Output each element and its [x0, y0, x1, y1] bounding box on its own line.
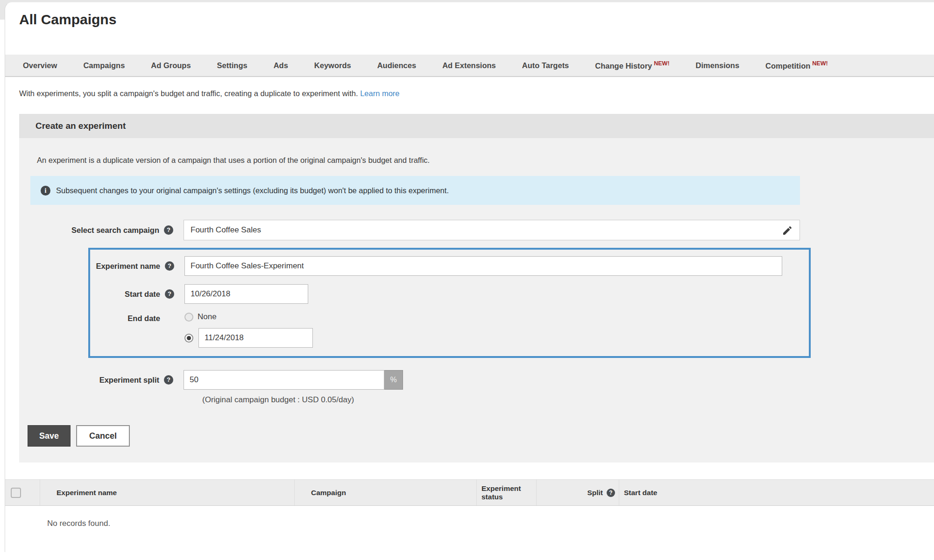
edit-pencil-icon[interactable]: [782, 225, 793, 236]
radio-none-unselected[interactable]: [184, 313, 193, 322]
help-icon[interactable]: ?: [165, 261, 174, 271]
start-date-label: Start date: [90, 290, 160, 299]
tab-keywords[interactable]: Keywords: [301, 61, 364, 70]
tab-competition[interactable]: CompetitionNEW!: [752, 60, 841, 70]
end-date-input[interactable]: [198, 328, 313, 348]
experiment-split-input[interactable]: [184, 370, 384, 390]
experiment-split-label: Experiment split: [19, 376, 159, 385]
cancel-button[interactable]: Cancel: [76, 425, 130, 447]
select-campaign-label: Select search campaign: [19, 226, 159, 235]
page-title: All Campaigns: [19, 12, 934, 28]
help-icon[interactable]: ?: [164, 225, 173, 235]
selected-campaign-value: Fourth Coffee Sales: [191, 225, 261, 235]
end-date-none-label: None: [198, 312, 217, 322]
end-date-none-option: None: [184, 312, 313, 322]
experiments-description: With experiments, you split a campaign's…: [19, 89, 934, 98]
table-header-row: Experiment name Campaign Experiment stat…: [5, 479, 934, 506]
selected-campaign-field[interactable]: Fourth Coffee Sales: [184, 220, 800, 240]
help-icon[interactable]: ?: [165, 289, 174, 299]
info-banner-text: Subsequent changes to your original camp…: [56, 186, 449, 195]
experiment-name-input[interactable]: [184, 256, 782, 276]
tab-settings[interactable]: Settings: [204, 61, 261, 70]
help-icon[interactable]: ?: [607, 489, 615, 497]
tab-campaigns[interactable]: Campaigns: [70, 61, 138, 70]
experiment-name-label: Experiment name: [90, 262, 160, 271]
highlighted-section: Experiment name ? Start date ? End date: [88, 248, 811, 358]
panel-title: Create an experiment: [19, 114, 934, 138]
end-date-label: End date: [90, 314, 160, 323]
experiment-name-row: Experiment name ?: [90, 256, 809, 276]
tab-bar: Overview Campaigns Ad Groups Settings Ad…: [5, 55, 934, 77]
panel-description: An experiment is a duplicate version of …: [19, 138, 934, 165]
budget-note: (Original campaign budget : USD 0.05/day…: [202, 395, 934, 405]
radio-date-selected[interactable]: [184, 334, 193, 343]
select-all-checkbox[interactable]: [11, 488, 21, 498]
end-date-date-option: [184, 328, 313, 348]
form-actions: Save Cancel: [28, 425, 934, 447]
select-all-cell: [5, 480, 40, 505]
column-experiment-status[interactable]: Experiment status: [477, 480, 537, 505]
learn-more-link[interactable]: Learn more: [360, 89, 399, 98]
end-date-row: End date None: [90, 312, 809, 348]
tab-ad-extensions[interactable]: Ad Extensions: [429, 61, 509, 70]
content-card: All Campaigns Overview Campaigns Ad Grou…: [5, 2, 934, 552]
tab-change-history[interactable]: Change HistoryNEW!: [582, 60, 682, 70]
start-date-input[interactable]: [184, 284, 308, 304]
panel-body: An experiment is a duplicate version of …: [19, 138, 934, 462]
experiments-table: Experiment name Campaign Experiment stat…: [5, 479, 934, 548]
save-button[interactable]: Save: [28, 425, 71, 447]
column-experiment-name[interactable]: Experiment name: [40, 480, 295, 505]
column-start-date[interactable]: Start date: [619, 480, 934, 505]
new-badge: NEW!: [812, 60, 828, 67]
tab-ad-groups[interactable]: Ad Groups: [138, 61, 204, 70]
select-campaign-row: Select search campaign ? Fourth Coffee S…: [19, 220, 934, 240]
column-split[interactable]: Split ?: [537, 480, 619, 505]
start-date-row: Start date ?: [90, 284, 809, 304]
tab-auto-targets[interactable]: Auto Targets: [509, 61, 582, 70]
info-banner: i Subsequent changes to your original ca…: [30, 176, 800, 205]
tab-ads[interactable]: Ads: [261, 61, 301, 70]
percent-unit-box: %: [384, 370, 403, 390]
column-campaign[interactable]: Campaign: [295, 480, 477, 505]
help-icon[interactable]: ?: [164, 375, 173, 385]
tab-audiences[interactable]: Audiences: [364, 61, 429, 70]
info-icon: i: [41, 186, 50, 196]
create-experiment-panel: Create an experiment An experiment is a …: [19, 114, 934, 462]
tab-overview[interactable]: Overview: [10, 61, 70, 70]
new-badge: NEW!: [654, 60, 669, 67]
experiment-split-row: Experiment split ? %: [19, 370, 934, 390]
empty-table-message: No records found.: [5, 506, 934, 548]
tab-dimensions[interactable]: Dimensions: [683, 61, 753, 70]
